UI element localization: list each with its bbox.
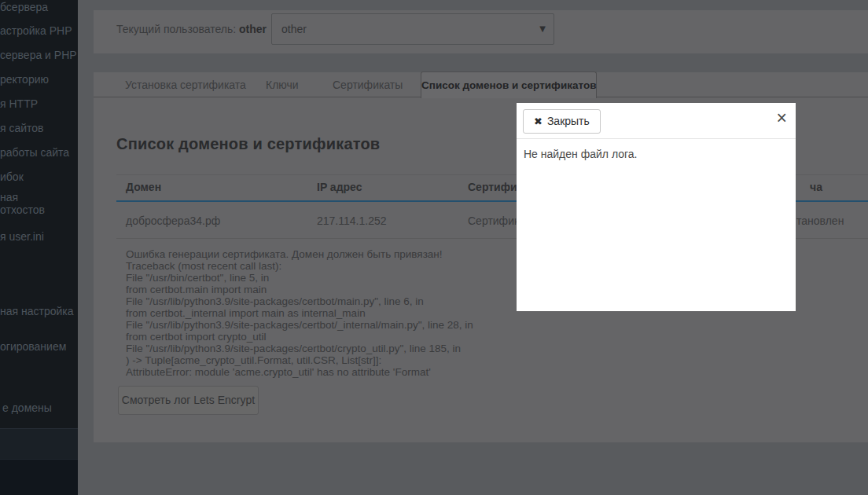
error-line: File "/usr/bin/certbot", line 5, in [126, 272, 473, 284]
sidebar-footer-section [0, 459, 78, 495]
tab-domains-and-certificates-active[interactable]: Список доменов и сертификатов [421, 72, 597, 98]
close-icon[interactable]: × [777, 109, 787, 127]
sidebar-item[interactable]: работы сайта [0, 146, 78, 159]
log-modal: ✖Закрыть × Не найден файл лога. [517, 103, 796, 311]
cell-ip: 217.114.1.252 [317, 214, 387, 227]
current-user-panel: Текущий пользователь: other other ▼ [94, 10, 868, 53]
close-icon: ✖ [534, 116, 542, 127]
sidebar-item[interactable]: астройка PHP [0, 24, 78, 37]
error-line: File "/usr/lib/python3.9/site-packages/c… [126, 319, 473, 331]
sidebar-item[interactable]: ректорию [0, 73, 78, 86]
sidebar-item[interactable]: ная отхостов [0, 191, 78, 216]
user-select-dropdown[interactable]: other ▼ [271, 13, 554, 45]
current-user-label-text: Текущий пользователь: [116, 23, 236, 35]
error-line: ) -> Tuple[acme_crypto_util.Format, util… [126, 354, 473, 366]
error-line: from certbot._internal import main as in… [126, 307, 473, 319]
sidebar-item[interactable]: ная настройка [0, 305, 78, 317]
tab-certificates[interactable]: Сертификаты [333, 79, 403, 91]
tab-keys[interactable]: Ключи [266, 79, 299, 91]
modal-message: Не найден файл лога. [524, 148, 637, 160]
sidebar-section-divider [0, 428, 78, 459]
error-line: File "/usr/lib/python3.9/site-packages/c… [126, 295, 473, 307]
sidebar-item[interactable]: бсервера [0, 1, 78, 13]
tab-install-certificate[interactable]: Установка сертификата [125, 79, 246, 91]
cell-domain: добросфера34.рф [126, 214, 220, 227]
error-line: Traceback (most recent call last): [126, 260, 473, 272]
page-title: Список доменов и сертификатов [116, 135, 380, 153]
error-line: from certbot import crypto_util [126, 331, 473, 343]
view-lets-encrypt-log-button[interactable]: Смотреть лог Lets Encrypt [118, 386, 259, 415]
certificate-error-traceback: Ошибка генерации сертификата. Домен долж… [126, 248, 473, 378]
modal-close-button-label: Закрыть [547, 115, 590, 127]
user-select-value: other [281, 23, 307, 35]
cell-key: тановлен [796, 214, 844, 227]
sidebar-item[interactable]: огированием [0, 340, 78, 353]
sidebar: бсервера астройка PHP сервера и PHP рект… [0, 0, 78, 495]
error-line: from certbot.main import main [126, 284, 473, 295]
table-header-key: ча [810, 181, 822, 193]
sidebar-item[interactable]: я user.ini [0, 230, 78, 243]
error-line: Ошибка генерации сертификата. Домен долж… [126, 248, 473, 260]
table-header-ip: IP адрес [317, 181, 362, 193]
sidebar-item[interactable]: я HTTP [0, 97, 78, 110]
chevron-down-icon: ▼ [539, 24, 546, 33]
sidebar-item[interactable]: я сайтов [0, 122, 78, 134]
sidebar-item[interactable]: ибок [0, 170, 78, 183]
current-user-label: Текущий пользователь: other [116, 23, 267, 35]
error-line: AttributeError: module 'acme.crypto_util… [126, 366, 473, 378]
error-line: File "/usr/lib/python3.9/site-packages/c… [126, 343, 473, 354]
table-header-domain: Домен [126, 181, 161, 193]
sidebar-item[interactable]: е домены [2, 402, 80, 414]
sidebar-item[interactable]: сервера и PHP [0, 49, 78, 61]
modal-close-button[interactable]: ✖Закрыть [523, 109, 601, 134]
current-user-value: other [239, 23, 267, 35]
table-header-certificate: Сертифик [468, 181, 523, 193]
